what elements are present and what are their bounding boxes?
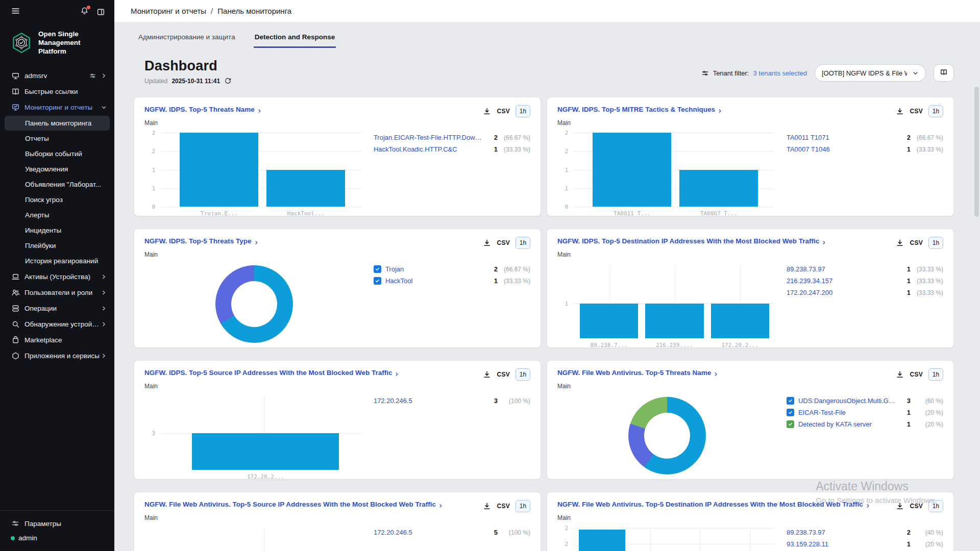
sidebar-item-18[interactable]: Приложения и сервисы <box>0 348 114 364</box>
legend-label[interactable]: Trojan.EICAR-Test-File.HTTP.Download <box>374 134 484 141</box>
bar-chart: 22 <box>557 528 777 551</box>
legend-label[interactable]: 93.159.228.11 <box>787 540 897 548</box>
sidebar-user[interactable]: admin <box>0 531 114 547</box>
legend-checkbox[interactable] <box>787 397 794 405</box>
legend-label[interactable]: 216.239.34.157 <box>787 277 897 285</box>
csv-export-button[interactable]: CSV <box>910 239 923 246</box>
sidebar-item-1[interactable]: Быстрые ссылки <box>0 84 114 99</box>
sidebar-subitem-11[interactable]: Плейбуки <box>5 238 110 253</box>
sidebar-divider <box>0 510 114 511</box>
download-icon[interactable] <box>896 502 904 510</box>
download-icon[interactable] <box>483 107 491 115</box>
csv-export-button[interactable]: CSV <box>497 503 510 510</box>
breadcrumb-item-monitoring[interactable]: Мониторинг и отчеты <box>131 7 206 15</box>
legend-label[interactable]: HackTool <box>385 277 484 285</box>
sidebar-subitem-3[interactable]: Панель мониторинга <box>5 116 110 131</box>
sidebar-subitem-9[interactable]: Алерты <box>5 208 110 222</box>
sidebar-item-0[interactable]: admsrv <box>0 68 114 84</box>
sidebar-item-16[interactable]: Обнаружение устройств и р... <box>0 316 114 332</box>
sliders-icon[interactable] <box>89 72 96 79</box>
period-selector-button[interactable]: 1h <box>928 237 943 249</box>
sidebar-item-14[interactable]: Пользователи и роли <box>0 285 114 300</box>
legend-label[interactable]: 172.20.246.5 <box>374 397 484 405</box>
sidebar-subitem-5[interactable]: Выборки событий <box>5 146 110 161</box>
tab-detection-and-response[interactable]: Detection and Response <box>254 28 336 48</box>
chev-right-icon[interactable] <box>101 289 107 296</box>
sidebar-item-13[interactable]: Активы (Устройства) <box>0 269 114 285</box>
legend-label[interactable]: 89.238.73.97 <box>787 529 897 536</box>
sidebar-subitem-10[interactable]: Инциденты <box>5 223 110 238</box>
panel-toggle-icon[interactable] <box>96 8 105 16</box>
widget-title-link[interactable]: NGFW. File Web Antivirus. Top-5 Destinat… <box>557 500 877 509</box>
chev-right-icon[interactable] <box>101 321 107 328</box>
sidebar-item-2[interactable]: Мониторинг и отчеты <box>0 99 114 115</box>
sidebar-subitem-label: Поиск угроз <box>25 196 63 204</box>
chev-right-icon[interactable] <box>101 353 107 359</box>
widget-title-link[interactable]: NGFW. IDPS. Top-5 Source IP Addresses Wi… <box>144 368 406 377</box>
sidebar-item-settings[interactable]: Параметры <box>0 516 114 531</box>
legend-label[interactable]: UDS:DangerousObject.Multi.Generic <box>798 397 897 405</box>
period-selector-button[interactable]: 1h <box>928 500 943 512</box>
dashboard-select[interactable]: [OOTB] NGFW IDPS & File Web Anti... <box>815 64 926 82</box>
legend-label[interactable]: Detected by KATA server <box>798 420 897 428</box>
refresh-icon[interactable] <box>224 77 232 85</box>
chev-down-icon[interactable] <box>101 104 107 111</box>
csv-export-button[interactable]: CSV <box>910 503 923 510</box>
period-selector-button[interactable]: 1h <box>928 368 943 381</box>
download-icon[interactable] <box>483 239 491 247</box>
chev-right-icon[interactable] <box>101 305 107 312</box>
sidebar-subitem-6[interactable]: Уведомления <box>5 162 110 177</box>
csv-export-button[interactable]: CSV <box>910 108 923 115</box>
hamburger-menu-icon[interactable] <box>11 7 20 17</box>
sidebar-subitem-7[interactable]: Объявления "Лаборат... <box>5 177 110 192</box>
csv-export-button[interactable]: CSV <box>910 371 923 378</box>
period-selector-button[interactable]: 1h <box>516 368 530 381</box>
download-icon[interactable] <box>896 107 904 115</box>
download-icon[interactable] <box>896 239 904 247</box>
sidebar-item-17[interactable]: Marketplace <box>0 332 114 348</box>
csv-export-button[interactable]: CSV <box>497 108 510 115</box>
csv-export-button[interactable]: CSV <box>497 371 510 378</box>
tab-administration[interactable]: Администрирование и защита <box>137 28 236 48</box>
widget-title-link[interactable]: NGFW. IDPS. Top-5 Threats Name <box>144 105 268 114</box>
sidebar-subitem-4[interactable]: Отчеты <box>5 131 110 146</box>
sidebar-subitem-12[interactable]: История реагирований <box>5 254 110 268</box>
scrollbar-thumb[interactable] <box>974 87 979 217</box>
legend-checkbox[interactable] <box>374 277 381 285</box>
legend-label[interactable]: EICAR-Test-File <box>798 409 897 416</box>
sidebar-subitem-8[interactable]: Поиск угроз <box>5 192 110 207</box>
logo-text-line1: Open Single <box>38 30 79 38</box>
notifications-bell-icon[interactable] <box>80 7 89 17</box>
users-icon <box>11 288 20 297</box>
dashboard-library-button[interactable] <box>934 64 954 82</box>
widget-title-link[interactable]: NGFW. IDPS. Top-5 MITRE Tactics & Techni… <box>557 105 729 114</box>
breadcrumb-item-dashboard[interactable]: Панель мониторинга <box>217 7 291 15</box>
period-selector-button[interactable]: 1h <box>516 105 530 117</box>
legend-checkbox[interactable] <box>787 409 794 416</box>
legend-label[interactable]: TA0007 T1046 <box>787 145 897 153</box>
widget-title-link[interactable]: NGFW. File Web Antivirus. Top-5 Threats … <box>557 368 725 377</box>
legend-label[interactable]: TA0011 T1071 <box>787 134 897 141</box>
period-selector-button[interactable]: 1h <box>516 500 530 512</box>
period-selector-button[interactable]: 1h <box>928 105 943 117</box>
bar-chart-plot: 1 <box>573 264 774 338</box>
download-icon[interactable] <box>896 370 904 379</box>
legend-label[interactable]: 172.20.247.200 <box>787 289 897 296</box>
legend-checkbox[interactable] <box>787 420 794 428</box>
chev-right-icon[interactable] <box>101 273 107 280</box>
widget-title-link[interactable]: NGFW. File Web Antivirus. Top-5 Source I… <box>144 500 450 509</box>
download-icon[interactable] <box>483 502 491 510</box>
legend-label[interactable]: 89.238.73.97 <box>787 265 897 273</box>
download-icon[interactable] <box>483 370 491 379</box>
sidebar-item-15[interactable]: Операции <box>0 300 114 316</box>
widget-title-link[interactable]: NGFW. IDPS. Top-5 Threats Type <box>144 237 265 245</box>
widget-title-link[interactable]: NGFW. IDPS. Top-5 Destination IP Address… <box>557 237 833 245</box>
period-selector-button[interactable]: 1h <box>516 237 530 249</box>
legend-label[interactable]: 172.20.246.5 <box>374 529 484 536</box>
legend-label[interactable]: Trojan <box>385 265 484 273</box>
csv-export-button[interactable]: CSV <box>497 239 510 246</box>
chev-right-icon[interactable] <box>101 72 107 79</box>
legend-checkbox[interactable] <box>374 265 381 273</box>
tenant-filter-link[interactable]: 3 tenants selected <box>753 69 807 77</box>
legend-label[interactable]: HackTool.Koadic.HTTP.C&C <box>374 145 484 153</box>
